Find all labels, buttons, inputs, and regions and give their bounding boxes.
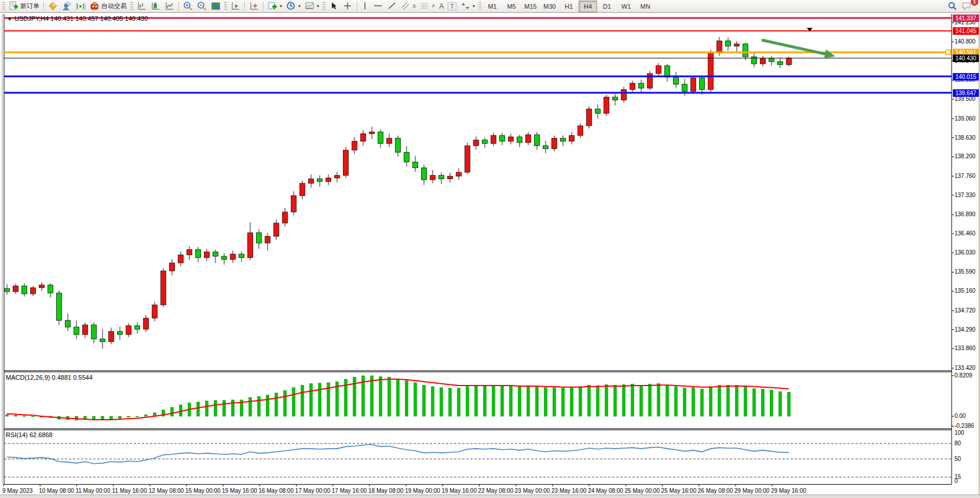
hline-button[interactable] xyxy=(371,1,385,12)
new-order-label: 新订单 xyxy=(20,2,39,10)
macd-indicator-label: MACD(12,26,9) 0.4881 0.5544 xyxy=(6,374,93,381)
channel-icon xyxy=(401,1,411,11)
chat-notification-badge: 1 xyxy=(971,0,978,6)
indicators-icon xyxy=(268,1,277,11)
timeframe-h1-button[interactable]: H1 xyxy=(560,1,578,12)
toolbar-grip[interactable] xyxy=(130,2,133,11)
crosshair-icon xyxy=(343,1,353,11)
timeframe-d1-button[interactable]: D1 xyxy=(598,1,616,12)
autotrading-label: 自动交易 xyxy=(101,2,127,10)
zoom-in-button[interactable] xyxy=(181,1,195,12)
cursor-button[interactable] xyxy=(327,1,341,12)
dropdown-caret-icon: ▾ xyxy=(473,3,475,9)
shapes-icon xyxy=(460,1,470,11)
toolbar-separator xyxy=(178,2,179,11)
chart-shift-button[interactable] xyxy=(247,1,261,12)
vline-button[interactable] xyxy=(360,1,371,12)
metaeditor-icon xyxy=(48,1,58,11)
chart-shift-icon xyxy=(249,1,259,11)
candlestick-icon xyxy=(151,1,160,11)
autotrading-icon xyxy=(90,1,100,11)
timeframe-m15-button[interactable]: M15 xyxy=(521,1,540,12)
chat-button[interactable]: 1 xyxy=(960,1,974,12)
toolbar-grip[interactable] xyxy=(224,2,227,11)
tile-windows-icon xyxy=(211,1,221,11)
auto-scroll-icon xyxy=(231,1,240,11)
fibonacci-button[interactable]: F xyxy=(418,1,437,12)
auto-scroll-button[interactable] xyxy=(229,1,242,12)
periods-button[interactable]: ▾ xyxy=(284,1,302,12)
toolbar-grip[interactable] xyxy=(2,2,5,11)
trading-terminal-window: 新订单 自动交易 ▾ ▾ ▾ E F xyxy=(0,0,980,498)
toolbar-separator xyxy=(43,2,44,11)
chart-plot-area[interactable] xyxy=(0,13,980,498)
chart-window[interactable]: 141.230140.800140.370139.930139.500139.0… xyxy=(0,13,980,494)
text-tool-glyph: A xyxy=(439,2,444,10)
line-chart-button[interactable] xyxy=(163,1,176,12)
zoom-in-icon xyxy=(183,1,193,11)
community-button[interactable] xyxy=(60,1,74,12)
dropdown-caret-icon: ▾ xyxy=(298,3,301,9)
zoom-out-button[interactable] xyxy=(195,1,209,12)
dropdown-caret-icon: ▾ xyxy=(317,3,319,9)
vline-icon xyxy=(361,1,369,11)
dropdown-caret-icon: ▾ xyxy=(280,3,282,9)
timeframe-m1-button[interactable]: M1 xyxy=(483,1,502,12)
periods-icon xyxy=(286,1,296,11)
channel-button[interactable]: E xyxy=(399,1,418,12)
main-toolbar: 新订单 自动交易 ▾ ▾ ▾ E F xyxy=(0,0,980,13)
hline-icon xyxy=(373,1,383,11)
crosshair-button[interactable] xyxy=(341,1,354,12)
bar-chart-button[interactable] xyxy=(135,1,148,12)
text-button[interactable]: A xyxy=(437,1,445,12)
toolbar-separator xyxy=(263,2,264,11)
zoom-out-icon xyxy=(197,1,207,11)
signals-button[interactable] xyxy=(74,1,87,12)
fibonacci-icon xyxy=(420,1,430,11)
title-marker-icon: ▼ xyxy=(7,16,12,22)
toolbar-grip[interactable] xyxy=(323,2,326,11)
toolbar-separator xyxy=(357,2,357,11)
text-label-icon: T xyxy=(448,2,456,10)
toolbar-grip[interactable] xyxy=(478,2,481,11)
horizontal-scrollbar[interactable] xyxy=(0,495,980,498)
symbol-ohlc-text: USDJPY,H4 140.431 140.457 140.405 140.43… xyxy=(14,15,148,22)
arrows-button[interactable]: ▾ xyxy=(459,1,477,12)
trendline-icon xyxy=(387,1,397,11)
fibonacci-letter: F xyxy=(432,3,435,9)
chart-title: ▼USDJPY,H4 140.431 140.457 140.405 140.4… xyxy=(7,15,148,22)
timeframe-mn-button[interactable]: MN xyxy=(636,1,654,12)
toolbar-separator xyxy=(244,2,245,11)
tile-windows-button[interactable] xyxy=(209,1,222,12)
signals-icon xyxy=(76,1,86,11)
timeframe-m30-button[interactable]: M30 xyxy=(540,1,559,12)
new-order-icon xyxy=(9,1,19,11)
channel-letter: E xyxy=(413,3,416,9)
community-icon xyxy=(62,1,72,11)
templates-icon xyxy=(305,1,315,11)
rsi-indicator-label: RSI(14) 62.6868 xyxy=(6,431,53,438)
autotrading-button[interactable]: 自动交易 xyxy=(88,1,129,12)
search-button[interactable] xyxy=(945,1,959,12)
trendline-button[interactable] xyxy=(385,1,398,12)
candlestick-button[interactable] xyxy=(149,1,162,12)
search-icon xyxy=(947,1,957,12)
line-chart-icon xyxy=(164,1,174,11)
bar-chart-icon xyxy=(137,1,147,11)
cursor-icon xyxy=(329,1,339,11)
timeframe-m5-button[interactable]: M5 xyxy=(502,1,521,12)
templates-button[interactable]: ▾ xyxy=(303,1,321,12)
new-order-button[interactable]: 新订单 xyxy=(7,1,41,12)
metaeditor-button[interactable] xyxy=(46,1,60,12)
text-label-button[interactable]: T xyxy=(446,1,458,12)
timeframe-w1-button[interactable]: W1 xyxy=(617,1,635,12)
indicators-button[interactable]: ▾ xyxy=(266,1,284,12)
timeframe-h4-button[interactable]: H4 xyxy=(579,1,597,12)
